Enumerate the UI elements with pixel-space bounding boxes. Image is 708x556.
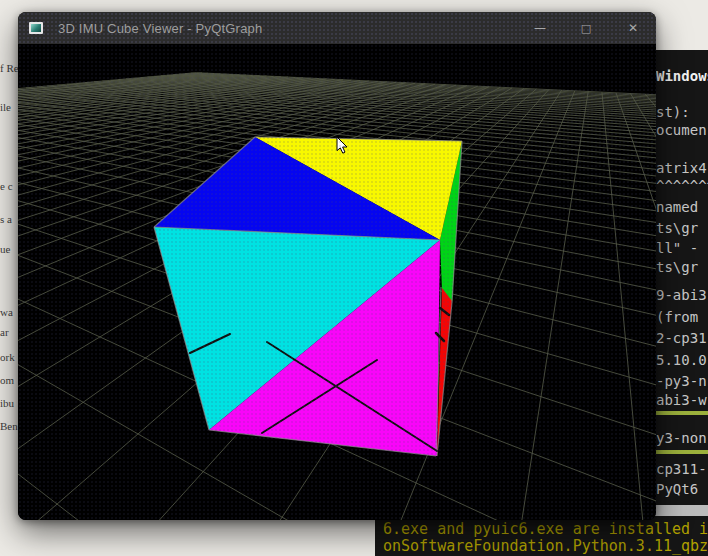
terminal-line: 5.10.0 xyxy=(656,352,707,368)
scene-svg xyxy=(18,44,656,520)
grid-line xyxy=(602,92,656,520)
maximize-button[interactable]: □ xyxy=(569,12,603,44)
window-icon xyxy=(29,22,43,34)
terminal-line: ts\gr xyxy=(656,220,698,236)
terminal-line: -py3-n xyxy=(656,373,707,389)
terminal-line: (from xyxy=(656,309,698,325)
doc-text-fragment: e c xyxy=(0,180,19,192)
pyqtgraph-window[interactable]: 3D IMU Cube Viewer - PyQtGraph — □ ✕ xyxy=(18,12,656,520)
terminal-warning-line: 6.exe and pyuic6.exe are installed i xyxy=(383,520,708,538)
close-button[interactable]: ✕ xyxy=(616,12,650,44)
terminal-line: ocumen xyxy=(656,122,707,138)
doc-text-fragment: ue xyxy=(0,243,19,255)
doc-text-fragment: ibu xyxy=(0,397,19,409)
terminal-warning-line: onSoftwareFoundation.Python.3.11_qbz xyxy=(383,537,708,555)
doc-text-fragment: f Re xyxy=(0,62,19,74)
terminal-line: named xyxy=(656,199,698,215)
terminal-scrollbar[interactable] xyxy=(647,505,708,516)
doc-text-fragment: ile xyxy=(0,101,19,113)
terminal-line: 9-abi3 xyxy=(656,287,707,303)
terminal-line: ^^^^^^^ xyxy=(656,178,708,194)
minimize-button[interactable]: — xyxy=(523,12,557,44)
terminal-line: abi3-w xyxy=(656,392,707,408)
terminal-line: st): xyxy=(656,104,690,120)
terminal-line: PyQt6 xyxy=(656,481,698,497)
window-title: 3D IMU Cube Viewer - PyQtGraph xyxy=(58,21,262,36)
terminal-line: y3-non xyxy=(656,430,707,446)
terminal-line: ts\gr xyxy=(656,259,698,275)
doc-text-fragment: om xyxy=(0,374,19,386)
doc-text-fragment: Ben xyxy=(0,420,19,432)
doc-text-fragment: ar xyxy=(0,326,19,338)
doc-text-fragment: wa xyxy=(0,306,19,318)
terminal-line: atrix4 xyxy=(656,160,707,176)
screen: { "window": { "title": "3D IMU Cube View… xyxy=(0,0,708,556)
terminal-line: cp311- xyxy=(656,461,707,477)
doc-text-fragment: ork xyxy=(0,351,19,363)
doc-text-fragment: s a xyxy=(0,213,19,225)
terminal-line: Windows xyxy=(656,68,708,84)
titlebar[interactable]: 3D IMU Cube Viewer - PyQtGraph — □ ✕ xyxy=(18,12,656,44)
terminal-line: 2-cp31 xyxy=(656,330,707,346)
gl-viewport[interactable] xyxy=(18,44,656,520)
terminal-line: ll" - xyxy=(656,240,707,256)
